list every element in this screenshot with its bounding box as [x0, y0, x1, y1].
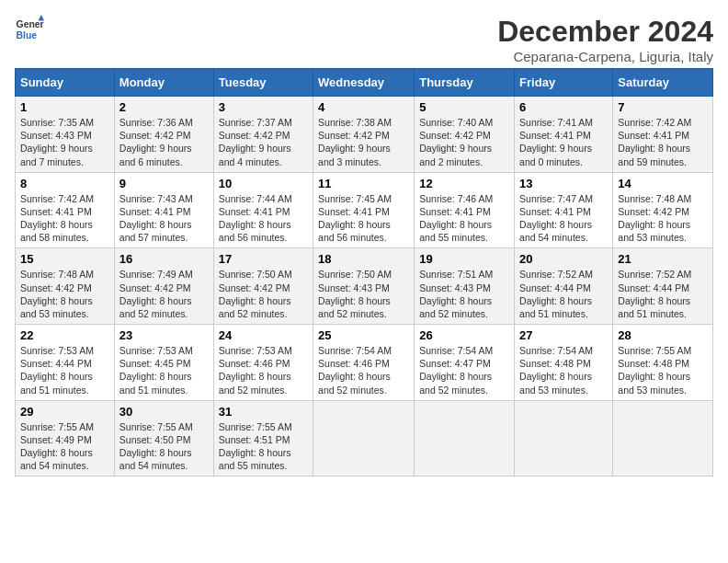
day-number: 24: [219, 328, 308, 342]
day-number: 27: [519, 328, 608, 342]
day-info: Sunrise: 7:55 AM Sunset: 4:50 PM Dayligh…: [119, 421, 193, 472]
day-info: Sunrise: 7:50 AM Sunset: 4:43 PM Dayligh…: [318, 269, 392, 319]
day-number: 17: [219, 252, 308, 266]
day-number: 5: [419, 100, 509, 114]
day-info: Sunrise: 7:53 AM Sunset: 4:46 PM Dayligh…: [219, 345, 292, 396]
day-info: Sunrise: 7:45 AM Sunset: 4:41 PM Dayligh…: [318, 193, 392, 244]
day-number: 21: [618, 252, 708, 266]
calendar-cell: 21Sunrise: 7:52 AM Sunset: 4:44 PM Dayli…: [613, 248, 713, 325]
day-info: Sunrise: 7:54 AM Sunset: 4:47 PM Dayligh…: [419, 345, 493, 396]
calendar-cell: 12Sunrise: 7:46 AM Sunset: 4:41 PM Dayli…: [415, 172, 515, 248]
day-number: 28: [618, 328, 708, 342]
day-info: Sunrise: 7:48 AM Sunset: 4:42 PM Dayligh…: [618, 193, 691, 244]
day-info: Sunrise: 7:52 AM Sunset: 4:44 PM Dayligh…: [519, 269, 593, 319]
calendar-body: 1Sunrise: 7:35 AM Sunset: 4:43 PM Daylig…: [16, 97, 713, 477]
calendar-cell: [515, 400, 613, 477]
day-number: 25: [318, 328, 409, 342]
day-number: 19: [419, 252, 509, 266]
day-number: 15: [20, 252, 109, 266]
day-info: Sunrise: 7:52 AM Sunset: 4:44 PM Dayligh…: [618, 269, 691, 319]
calendar-cell: 20Sunrise: 7:52 AM Sunset: 4:44 PM Dayli…: [515, 248, 613, 325]
calendar-cell: 9Sunrise: 7:43 AM Sunset: 4:41 PM Daylig…: [114, 172, 213, 248]
calendar-cell: 4Sunrise: 7:38 AM Sunset: 4:42 PM Daylig…: [313, 97, 415, 173]
calendar-cell: 10Sunrise: 7:44 AM Sunset: 4:41 PM Dayli…: [213, 172, 313, 248]
week-row-2: 8Sunrise: 7:42 AM Sunset: 4:41 PM Daylig…: [16, 172, 713, 248]
calendar-cell: [415, 400, 515, 477]
day-number: 22: [20, 328, 109, 342]
calendar-cell: 22Sunrise: 7:53 AM Sunset: 4:44 PM Dayli…: [16, 325, 115, 401]
week-row-5: 29Sunrise: 7:55 AM Sunset: 4:49 PM Dayli…: [16, 400, 713, 477]
day-number: 13: [519, 177, 608, 190]
day-info: Sunrise: 7:49 AM Sunset: 4:42 PM Dayligh…: [119, 269, 193, 319]
day-number: 9: [119, 177, 209, 190]
day-number: 6: [519, 100, 608, 114]
day-number: 4: [318, 100, 409, 114]
main-title: December 2024: [497, 15, 713, 49]
calendar-cell: 7Sunrise: 7:42 AM Sunset: 4:41 PM Daylig…: [613, 97, 713, 173]
day-info: Sunrise: 7:50 AM Sunset: 4:42 PM Dayligh…: [219, 269, 292, 319]
day-number: 10: [219, 177, 308, 190]
calendar-cell: 25Sunrise: 7:54 AM Sunset: 4:46 PM Dayli…: [313, 325, 415, 401]
day-info: Sunrise: 7:55 AM Sunset: 4:48 PM Dayligh…: [618, 345, 691, 396]
calendar-cell: 11Sunrise: 7:45 AM Sunset: 4:41 PM Dayli…: [313, 172, 415, 248]
calendar-cell: 27Sunrise: 7:54 AM Sunset: 4:48 PM Dayli…: [515, 325, 613, 401]
day-info: Sunrise: 7:42 AM Sunset: 4:41 PM Dayligh…: [618, 117, 691, 167]
day-info: Sunrise: 7:55 AM Sunset: 4:51 PM Dayligh…: [219, 421, 292, 472]
calendar-cell: 13Sunrise: 7:47 AM Sunset: 4:41 PM Dayli…: [515, 172, 613, 248]
day-number: 16: [119, 252, 209, 266]
calendar-cell: 30Sunrise: 7:55 AM Sunset: 4:50 PM Dayli…: [114, 400, 213, 477]
day-info: Sunrise: 7:54 AM Sunset: 4:46 PM Dayligh…: [318, 345, 392, 396]
day-header-sunday: Sunday: [16, 69, 115, 97]
day-number: 2: [119, 100, 209, 114]
day-info: Sunrise: 7:37 AM Sunset: 4:42 PM Dayligh…: [219, 117, 292, 167]
calendar-table: SundayMondayTuesdayWednesdayThursdayFrid…: [15, 68, 713, 477]
day-header-monday: Monday: [114, 69, 213, 97]
day-info: Sunrise: 7:41 AM Sunset: 4:41 PM Dayligh…: [519, 117, 593, 167]
day-info: Sunrise: 7:48 AM Sunset: 4:42 PM Dayligh…: [20, 269, 94, 319]
calendar-cell: 19Sunrise: 7:51 AM Sunset: 4:43 PM Dayli…: [415, 248, 515, 325]
subtitle: Ceparana-Carpena, Liguria, Italy: [497, 49, 713, 64]
day-number: 14: [618, 177, 708, 190]
calendar-cell: 31Sunrise: 7:55 AM Sunset: 4:51 PM Dayli…: [213, 400, 313, 477]
day-number: 3: [219, 100, 308, 114]
day-info: Sunrise: 7:47 AM Sunset: 4:41 PM Dayligh…: [519, 193, 593, 244]
calendar-cell: 24Sunrise: 7:53 AM Sunset: 4:46 PM Dayli…: [213, 325, 313, 401]
day-info: Sunrise: 7:55 AM Sunset: 4:49 PM Dayligh…: [20, 421, 94, 472]
calendar-cell: 17Sunrise: 7:50 AM Sunset: 4:42 PM Dayli…: [213, 248, 313, 325]
svg-text:General: General: [17, 19, 44, 29]
calendar-header-row: SundayMondayTuesdayWednesdayThursdayFrid…: [16, 69, 713, 97]
day-header-wednesday: Wednesday: [313, 69, 415, 97]
day-header-friday: Friday: [515, 69, 613, 97]
day-info: Sunrise: 7:35 AM Sunset: 4:43 PM Dayligh…: [20, 117, 94, 167]
calendar-cell: 23Sunrise: 7:53 AM Sunset: 4:45 PM Dayli…: [114, 325, 213, 401]
day-info: Sunrise: 7:54 AM Sunset: 4:48 PM Dayligh…: [519, 345, 593, 396]
svg-marker-2: [39, 15, 44, 20]
day-number: 26: [419, 328, 509, 342]
day-number: 30: [119, 405, 209, 419]
calendar-cell: 18Sunrise: 7:50 AM Sunset: 4:43 PM Dayli…: [313, 248, 415, 325]
day-number: 18: [318, 252, 409, 266]
day-info: Sunrise: 7:51 AM Sunset: 4:43 PM Dayligh…: [419, 269, 493, 319]
day-info: Sunrise: 7:53 AM Sunset: 4:45 PM Dayligh…: [119, 345, 193, 396]
calendar-cell: 8Sunrise: 7:42 AM Sunset: 4:41 PM Daylig…: [16, 172, 115, 248]
day-header-tuesday: Tuesday: [213, 69, 313, 97]
calendar-cell: 1Sunrise: 7:35 AM Sunset: 4:43 PM Daylig…: [16, 97, 115, 173]
calendar-cell: 16Sunrise: 7:49 AM Sunset: 4:42 PM Dayli…: [114, 248, 213, 325]
day-info: Sunrise: 7:46 AM Sunset: 4:41 PM Dayligh…: [419, 193, 493, 244]
day-info: Sunrise: 7:44 AM Sunset: 4:41 PM Dayligh…: [219, 193, 292, 244]
day-header-thursday: Thursday: [415, 69, 515, 97]
week-row-4: 22Sunrise: 7:53 AM Sunset: 4:44 PM Dayli…: [16, 325, 713, 401]
calendar-cell: 14Sunrise: 7:48 AM Sunset: 4:42 PM Dayli…: [613, 172, 713, 248]
calendar-cell: [313, 400, 415, 477]
page-header: General Blue December 2024 Ceparana-Carp…: [15, 15, 713, 64]
svg-text:Blue: Blue: [17, 30, 38, 40]
day-number: 23: [119, 328, 209, 342]
day-number: 29: [20, 405, 109, 419]
calendar-cell: 3Sunrise: 7:37 AM Sunset: 4:42 PM Daylig…: [213, 97, 313, 173]
calendar-cell: 5Sunrise: 7:40 AM Sunset: 4:42 PM Daylig…: [415, 97, 515, 173]
calendar-cell: 29Sunrise: 7:55 AM Sunset: 4:49 PM Dayli…: [16, 400, 115, 477]
day-info: Sunrise: 7:53 AM Sunset: 4:44 PM Dayligh…: [20, 345, 94, 396]
day-info: Sunrise: 7:40 AM Sunset: 4:42 PM Dayligh…: [419, 117, 493, 167]
week-row-3: 15Sunrise: 7:48 AM Sunset: 4:42 PM Dayli…: [16, 248, 713, 325]
calendar-cell: 26Sunrise: 7:54 AM Sunset: 4:47 PM Dayli…: [415, 325, 515, 401]
